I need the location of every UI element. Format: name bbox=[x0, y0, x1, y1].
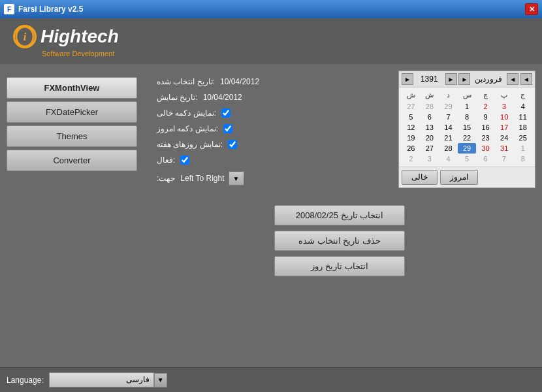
cal-prev-year-btn[interactable]: ► bbox=[445, 73, 457, 85]
show-today-label: :نمایش دکمه امروز bbox=[157, 124, 218, 133]
footer: Language: ▼ bbox=[0, 367, 542, 392]
show-today-checkbox[interactable] bbox=[223, 124, 232, 133]
right-panel: ◄ ◄ فروردین ► ► 1391 ► ج پ چ س د ش bbox=[144, 71, 535, 361]
cal-day[interactable]: 4 bbox=[513, 101, 532, 112]
language-selector-row: ▼ bbox=[49, 372, 167, 387]
sidebar-item-converter[interactable]: Converter bbox=[7, 150, 137, 171]
cal-day[interactable]: 24 bbox=[495, 133, 514, 143]
cal-day[interactable]: 16 bbox=[476, 122, 495, 133]
sidebar-item-themes[interactable]: Themes bbox=[7, 125, 137, 147]
cal-day[interactable]: 13 bbox=[421, 122, 439, 133]
cal-day[interactable]: 9 bbox=[476, 112, 495, 122]
calendar-footer: امروز خالی bbox=[399, 167, 535, 188]
cal-day[interactable]: 25 bbox=[513, 133, 532, 143]
sidebar-item-fxmonthview[interactable]: FXMonthView bbox=[7, 77, 137, 99]
cal-day[interactable]: 20 bbox=[421, 133, 439, 143]
logo-container: i Hightech Software Development bbox=[13, 25, 119, 57]
cal-day[interactable]: 5 bbox=[458, 154, 477, 164]
content-area: FXMonthView FXDatePicker Themes Converte… bbox=[0, 64, 542, 367]
selected-date-value: 10/04/2012 bbox=[220, 77, 259, 86]
cal-day[interactable]: 2 bbox=[402, 154, 421, 164]
cal-day[interactable]: 7 bbox=[495, 154, 514, 164]
cal-day[interactable]: 3 bbox=[495, 101, 514, 112]
logo-text: i Hightech bbox=[13, 25, 119, 48]
cal-year-prev-btn[interactable]: ► bbox=[402, 73, 413, 85]
cal-day[interactable]: 6 bbox=[476, 154, 495, 164]
show-weekdays-label: :نمایش روزهای هفته bbox=[157, 140, 223, 149]
cal-day[interactable]: 8 bbox=[513, 154, 532, 164]
window-title: Farsi Library v2.5 bbox=[18, 5, 83, 14]
display-date-label: :تاریخ نمایش bbox=[157, 93, 198, 102]
cal-day[interactable]: 5 bbox=[402, 112, 421, 122]
direction-value: Left To Right bbox=[180, 174, 224, 183]
cal-day[interactable]: 22 bbox=[458, 133, 477, 143]
cal-day[interactable]: 11 bbox=[513, 112, 532, 122]
day-header-sun: ش bbox=[402, 90, 421, 100]
show-weekdays-checkbox-row bbox=[228, 140, 237, 149]
show-today-checkbox-row bbox=[223, 124, 232, 133]
active-checkbox-row bbox=[180, 155, 189, 165]
direction-dropdown: ▼ Left To Right bbox=[180, 171, 244, 186]
calendar-days: 4 3 2 1 29 28 27 11 10 9 8 7 6 bbox=[402, 101, 532, 164]
active-label: :فعال bbox=[157, 155, 175, 165]
cal-day[interactable]: 8 bbox=[458, 112, 477, 122]
cal-day[interactable]: 30 bbox=[476, 143, 495, 154]
cal-day[interactable]: 18 bbox=[513, 122, 532, 133]
titlebar-left: F Farsi Library v2.5 bbox=[4, 4, 83, 14]
today-button[interactable]: امروز bbox=[440, 170, 478, 185]
cal-day[interactable]: 28 bbox=[421, 101, 439, 112]
calendar-month-label: فروردین bbox=[475, 74, 502, 84]
cal-day[interactable]: 12 bbox=[402, 122, 421, 133]
language-dropdown-btn[interactable]: ▼ bbox=[154, 373, 167, 387]
active-checkbox[interactable] bbox=[180, 155, 189, 165]
cal-day[interactable]: 31 bbox=[495, 143, 514, 154]
cal-day[interactable]: 3 bbox=[421, 154, 439, 164]
empty-button[interactable]: خالی bbox=[402, 170, 438, 185]
cal-day[interactable]: 1 bbox=[513, 143, 532, 154]
select-date-button[interactable]: انتخاب تاریخ 2008/02/25 bbox=[274, 205, 405, 225]
language-label: Language: bbox=[7, 376, 44, 385]
svg-text:i: i bbox=[24, 31, 27, 43]
cal-day[interactable]: 15 bbox=[458, 122, 477, 133]
day-header-fri: پ bbox=[495, 90, 514, 100]
main-window: i Hightech Software Development FXMonthV… bbox=[0, 18, 542, 392]
remove-date-button[interactable]: حذف تاریخ انتخاب شده bbox=[274, 231, 405, 251]
language-input[interactable] bbox=[49, 372, 154, 387]
cal-day[interactable]: 28 bbox=[439, 143, 458, 154]
cal-day[interactable]: 29 bbox=[439, 101, 458, 112]
direction-dropdown-btn[interactable]: ▼ bbox=[229, 171, 244, 186]
logo-hightech: Hightech bbox=[40, 26, 119, 47]
cal-day[interactable]: 10 bbox=[495, 112, 514, 122]
cal-day[interactable]: 27 bbox=[402, 101, 421, 112]
cal-day[interactable]: 4 bbox=[439, 154, 458, 164]
cal-day[interactable]: 17 bbox=[495, 122, 514, 133]
titlebar: F Farsi Library v2.5 ✕ bbox=[0, 0, 542, 18]
calendar-days-header: ج پ چ س د ش ش bbox=[402, 90, 532, 100]
close-button[interactable]: ✕ bbox=[525, 3, 538, 15]
cal-day[interactable]: 27 bbox=[421, 143, 439, 154]
calendar-header: ◄ ◄ فروردین ► ► 1391 ► bbox=[399, 71, 535, 88]
cal-day[interactable]: 7 bbox=[439, 112, 458, 122]
show-empty-checkbox-row bbox=[221, 108, 231, 118]
calendar-widget: ◄ ◄ فروردین ► ► 1391 ► ج پ چ س د ش bbox=[398, 71, 535, 188]
sidebar-item-fxdatepicker[interactable]: FXDatePicker bbox=[7, 101, 137, 123]
cal-prev-month-btn[interactable]: ► bbox=[458, 73, 470, 85]
cal-next-month-btn[interactable]: ◄ bbox=[507, 73, 518, 85]
day-header-sat: ج bbox=[513, 90, 532, 100]
show-empty-checkbox[interactable] bbox=[221, 108, 231, 118]
select-today-button[interactable]: انتخاب تاریخ روز bbox=[274, 256, 405, 276]
cal-day[interactable]: 21 bbox=[439, 133, 458, 143]
cal-day-selected[interactable]: 29 bbox=[458, 143, 477, 154]
cal-day[interactable]: 23 bbox=[476, 133, 495, 143]
cal-day[interactable]: 14 bbox=[439, 122, 458, 133]
show-weekdays-checkbox[interactable] bbox=[228, 140, 237, 149]
cal-day[interactable]: 19 bbox=[402, 133, 421, 143]
cal-day[interactable]: 26 bbox=[402, 143, 421, 154]
cal-day[interactable]: 2 bbox=[476, 101, 495, 112]
cal-next-year-btn[interactable]: ◄ bbox=[520, 73, 532, 85]
day-header-mon: ش bbox=[421, 90, 439, 100]
cal-day[interactable]: 6 bbox=[421, 112, 439, 122]
day-header-wed: س bbox=[458, 90, 477, 100]
logo-area: i Hightech Software Development bbox=[0, 18, 542, 64]
cal-day[interactable]: 1 bbox=[458, 101, 477, 112]
